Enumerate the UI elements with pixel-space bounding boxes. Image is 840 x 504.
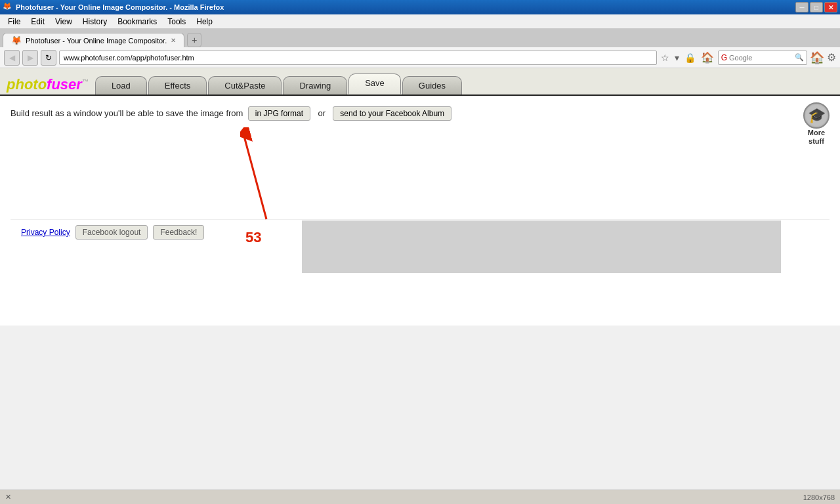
tab-effects[interactable]: Effects [148,76,207,94]
menu-bar: File Edit View History Bookmarks Tools H… [0,14,840,29]
menu-view[interactable]: View [50,16,77,28]
bookmark-arrow-icon[interactable]: ▾ [673,52,681,63]
window-controls: ─ □ ✕ [795,2,837,12]
intro-text: Build result as a window you'll be able … [10,108,243,118]
or-separator: or [318,108,326,118]
menu-help[interactable]: Help [191,16,218,28]
window-title: Photofuser - Your Online Image Composito… [16,3,795,11]
menu-edit[interactable]: Edit [26,16,50,28]
jpg-format-button[interactable]: in JPG format [248,106,310,121]
browser-favicon: 🦊 [3,2,13,12]
save-instruction: Build result as a window you'll be able … [10,106,830,121]
menu-tools[interactable]: Tools [162,16,191,28]
address-input[interactable] [59,51,657,65]
tab-load[interactable]: Load [95,76,147,94]
menu-bookmarks[interactable]: Bookmarks [112,16,162,28]
app-area: photofuser™ Load Effects Cut&Paste Drawi… [0,68,840,490]
app-logo: photofuser™ [7,77,89,94]
search-icon[interactable]: 🔍 [795,53,804,62]
search-input[interactable] [729,54,795,62]
home-icon[interactable]: 🏠 [810,51,824,65]
logo-photo: photo [7,76,47,93]
maximize-button[interactable]: □ [810,2,823,12]
close-button[interactable]: ✕ [824,2,837,12]
search-box: G 🔍 [718,51,807,65]
title-bar: 🦊 Photofuser - Your Online Image Composi… [0,0,840,14]
tab-favicon: 🦊 [11,35,22,45]
logo-fuser: fuser [47,76,82,93]
forward-button[interactable]: ▶ [22,50,38,66]
tab-close-button[interactable]: ✕ [171,37,176,44]
address-bar: ◀ ▶ ↻ ☆ ▾ 🔒 🏠 G 🔍 🏠 ⚙ [0,47,840,68]
home-button[interactable]: 🏠 [700,51,715,64]
annotation-arrow [240,127,293,232]
menu-history[interactable]: History [77,16,112,28]
ssl-icon: 🔒 [683,52,697,63]
ad-banner [302,220,781,273]
app-nav: photofuser™ Load Effects Cut&Paste Drawi… [0,68,840,96]
tab-drawing[interactable]: Drawing [283,76,347,94]
new-tab-button[interactable]: + [187,33,201,47]
facebook-album-button[interactable]: send to your Facebook Album [333,106,452,121]
graduation-cap-icon: 🎓 [808,107,826,124]
menu-file[interactable]: File [3,16,26,28]
browser-tabs: 🦊 Photofuser - Your Online Image Composi… [0,29,840,47]
svg-line-1 [243,134,266,219]
bookmark-star-icon[interactable]: ☆ [660,52,671,63]
annotation-number: 53 [245,229,261,246]
tab-title: Photofuser - Your Online Image Composito… [26,37,167,45]
settings-icon[interactable]: ⚙ [827,51,836,64]
tab-save[interactable]: Save [348,74,401,94]
more-stuff-icon: 🎓 [803,102,830,129]
tab-cutpaste[interactable]: Cut&Paste [208,76,282,94]
main-content: 🎓 More stuff Build result as a window yo… [0,96,840,326]
refresh-button[interactable]: ↻ [41,50,56,66]
minimize-button[interactable]: ─ [795,2,808,12]
logo-tm: ™ [82,78,89,85]
google-icon: G [721,53,727,62]
active-tab[interactable]: 🦊 Photofuser - Your Online Image Composi… [3,33,184,47]
back-button[interactable]: ◀ [4,50,20,66]
tab-guides[interactable]: Guides [402,76,462,94]
